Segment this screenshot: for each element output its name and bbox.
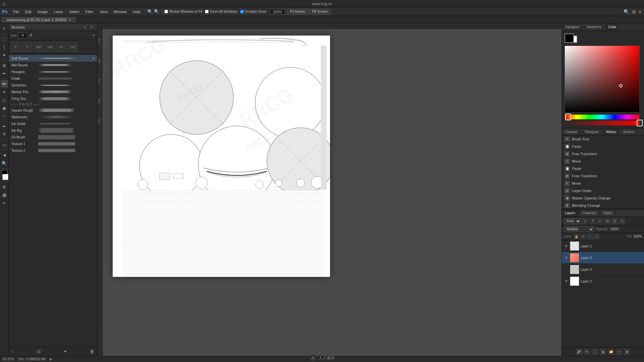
- zoom-out-icon[interactable]: 🔍: [147, 9, 153, 14]
- brush-item-watercolor[interactable]: Watercolor: [9, 114, 97, 120]
- tool-crop[interactable]: ⊞: [1, 62, 8, 69]
- tool-extra-2[interactable]: ▦: [1, 191, 8, 198]
- brush-preset-6[interactable]: 152: [68, 42, 78, 52]
- tool-blur[interactable]: ◉: [1, 104, 8, 112]
- history-item-opacity-change[interactable]: ◑ Master Opacity Change: [562, 194, 644, 202]
- tool-type[interactable]: T: [1, 131, 8, 138]
- layers-link-btn[interactable]: 🔗: [576, 349, 582, 355]
- brush-preset-5[interactable]: 97: [56, 42, 66, 52]
- brushes-collapse-btn[interactable]: «: [82, 24, 88, 30]
- tab-channels[interactable]: Channels: [579, 209, 600, 217]
- brush-flow-icon[interactable]: ⊡: [37, 349, 41, 354]
- file-tab-item[interactable]: uvlayout.png @ 83.3% (Layer 5, RGB/8) ✕: [2, 17, 75, 22]
- brushes-menu-btn[interactable]: ≡: [89, 24, 94, 30]
- layers-tool-3[interactable]: ⊹: [597, 218, 603, 224]
- zoom-input[interactable]: [270, 9, 285, 14]
- menu-item-image[interactable]: Image: [35, 9, 51, 14]
- brush-new-icon[interactable]: +: [92, 33, 95, 38]
- zoom-all-windows-checkbox[interactable]: [205, 10, 209, 13]
- menu-item-layer[interactable]: Layer: [51, 9, 66, 14]
- tool-eraser[interactable]: ◻: [1, 96, 8, 104]
- layers-new-btn[interactable]: +: [616, 349, 622, 355]
- color-spectrum[interactable]: [565, 46, 640, 113]
- history-item-free-transform2[interactable]: ⊞ Free Transform: [562, 172, 644, 180]
- zoom-in-icon[interactable]: 🔍: [154, 9, 159, 14]
- blend-mode-select[interactable]: Multiply Normal Screen Overlay: [564, 226, 594, 232]
- tab-paragraph[interactable]: Paragrau: [582, 128, 602, 135]
- lock-btn-2[interactable]: ✎: [581, 234, 586, 239]
- menu-item-file[interactable]: File: [10, 9, 22, 14]
- tab-paths[interactable]: Paths: [600, 209, 616, 217]
- layer-item-1[interactable]: 👁 Layer 1: [562, 240, 644, 252]
- layer-4-visibility[interactable]: 👁: [564, 267, 569, 272]
- tool-move[interactable]: ↖: [1, 25, 8, 32]
- menu-item-view[interactable]: View: [97, 9, 110, 14]
- tool-eyedropper[interactable]: ✒: [1, 70, 8, 77]
- zoom-all-windows-checkbox-label[interactable]: Zoom All Windows: [205, 10, 237, 13]
- resize-windows-checkbox[interactable]: [164, 10, 168, 13]
- tool-marquee[interactable]: ⬚: [1, 35, 8, 43]
- history-item-move[interactable]: ↖ Move: [562, 158, 644, 165]
- lock-btn-4[interactable]: ⊹: [594, 234, 599, 239]
- brush-delete-icon[interactable]: 🗑: [90, 349, 94, 354]
- layers-style-btn[interactable]: fx: [584, 349, 590, 355]
- foreground-color-swatch[interactable]: [565, 34, 574, 43]
- ps-icon[interactable]: Ps: [2, 9, 8, 14]
- tool-stamp[interactable]: ✦: [1, 88, 8, 96]
- brush-item-feng-zhu[interactable]: Feng Zhu: [9, 95, 97, 102]
- history-item-layer-order[interactable]: ⊟ Layer Order: [562, 187, 644, 194]
- fit-screen-button[interactable]: Fit Screen: [287, 9, 309, 14]
- file-tab-close[interactable]: ✕: [68, 18, 71, 22]
- layers-tool-5[interactable]: ⊡: [612, 218, 618, 224]
- tool-hand[interactable]: ☚: [1, 152, 8, 159]
- brush-item-ink-small[interactable]: Ink Small: [9, 120, 97, 127]
- tool-extra-3[interactable]: ≡: [1, 199, 8, 206]
- brush-item-square-rough[interactable]: Square Rough: [9, 107, 97, 114]
- layers-mask-btn[interactable]: ⬚: [592, 349, 598, 355]
- brush-edit-icon[interactable]: ✎: [92, 57, 95, 60]
- layer-2-visibility[interactable]: 👁: [564, 279, 569, 284]
- tab-swatches[interactable]: Swatches: [583, 23, 605, 31]
- brush-item-oil-brush[interactable]: Oil Brush: [9, 134, 97, 140]
- layer-item-2[interactable]: 👁 Layer 2: [562, 276, 644, 287]
- menu-item-filter[interactable]: Filter: [83, 9, 96, 14]
- tab-navigator[interactable]: Navigator: [562, 23, 583, 31]
- layer-item-5[interactable]: 👁 Layer 5: [562, 252, 644, 264]
- brush-item-scratches[interactable]: Scratches: [9, 82, 97, 88]
- tool-zoom-tool[interactable]: 🔍: [1, 160, 8, 167]
- brush-item-chalk[interactable]: Chalk: [9, 75, 97, 82]
- options-icon[interactable]: ≡: [639, 9, 641, 14]
- layers-tool-6[interactable]: ✎: [619, 218, 625, 224]
- menu-item-edit[interactable]: Edit: [22, 9, 34, 14]
- brush-item-ink-big[interactable]: Ink Big: [9, 127, 97, 134]
- alpha-slider-thumb[interactable]: [637, 120, 643, 126]
- layers-tool-4[interactable]: ⊟: [604, 218, 610, 224]
- canvas-viewport[interactable]: RRCG RRCG RRCG RRCG: [103, 29, 561, 356]
- lock-btn-1[interactable]: 🔒: [574, 234, 579, 239]
- tool-dodge[interactable]: ○: [1, 112, 8, 120]
- menu-item-help[interactable]: Help: [130, 9, 143, 14]
- scrubby-zoom-checkbox-label[interactable]: Scrubby Zoom: [240, 10, 267, 13]
- brush-size-input[interactable]: [18, 33, 28, 39]
- tool-brush[interactable]: ✏: [1, 80, 8, 87]
- history-item-free-transform[interactable]: ⊞ Free Transform: [562, 150, 644, 158]
- tool-shape[interactable]: ▭: [1, 141, 8, 148]
- brush-item-marker-pen[interactable]: Marker Pen: [9, 88, 97, 95]
- tab-history[interactable]: History: [602, 128, 620, 135]
- menu-item-window[interactable]: Window: [111, 9, 129, 14]
- brush-item-texture2[interactable]: Texture 2: [9, 147, 97, 154]
- tool-extra-1[interactable]: ⊕: [1, 183, 8, 190]
- brush-add-icon[interactable]: ✦: [63, 349, 67, 354]
- layers-adjustment-btn[interactable]: ◑: [600, 349, 606, 355]
- layers-tool-1[interactable]: ≡: [582, 218, 588, 224]
- bg-color-box[interactable]: [2, 174, 8, 180]
- hue-slider[interactable]: [565, 115, 640, 119]
- layer-5-visibility[interactable]: 👁: [564, 255, 569, 260]
- brush-item-soft-round[interactable]: Soft Round ✎: [9, 55, 97, 62]
- brush-size-icon[interactable]: ↺: [29, 33, 33, 38]
- history-item-blending-change[interactable]: ⊗ Blending Change: [562, 202, 644, 209]
- tool-pen[interactable]: ✒: [1, 123, 8, 130]
- tab-layers[interactable]: Layers: [562, 209, 579, 217]
- brush-preset-1[interactable]: 5: [11, 42, 21, 52]
- tool-magic-wand[interactable]: ✦: [1, 51, 8, 59]
